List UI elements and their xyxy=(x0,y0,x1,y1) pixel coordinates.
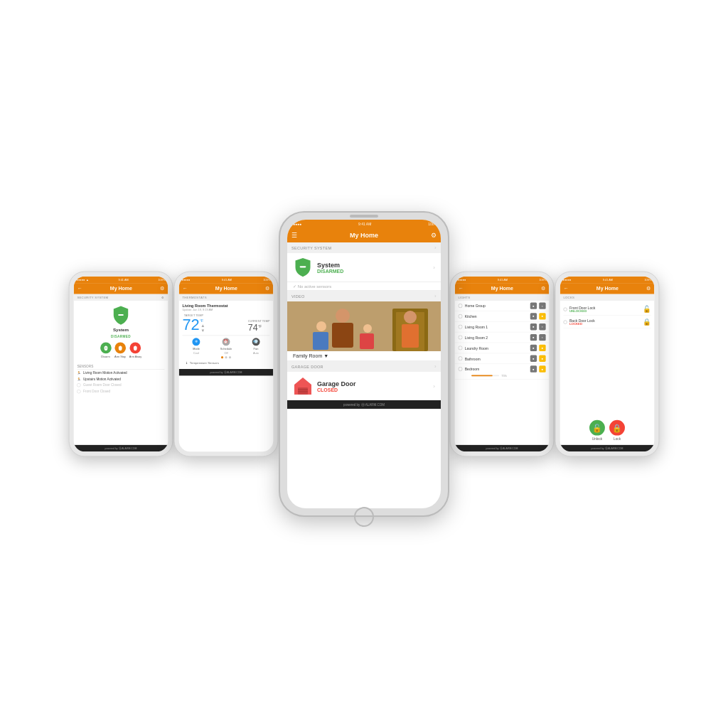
settings-button-1[interactable]: ⚙ xyxy=(160,286,164,291)
header-title-5: My Home xyxy=(568,286,646,291)
sensor-2: 🏃 Upstairs Motion Activated xyxy=(77,375,164,382)
back-button-2[interactable]: ← xyxy=(182,286,187,291)
bedroom-brightness-pct: 75% xyxy=(501,374,507,378)
lock-status-back: LOCKED xyxy=(569,322,595,326)
header-title-4: My Home xyxy=(463,286,541,291)
security-card: System DISARMED Disarm xyxy=(74,301,168,363)
video-thumbnail-svg xyxy=(287,301,441,351)
phones-container: ●●●●● ▲ 9:41 AM 100% ← My Home ⚙ xyxy=(0,211,728,517)
mode-control[interactable]: ❄ Mode Cool xyxy=(193,338,200,354)
light-row-bathroom: Bathroom ● ● xyxy=(455,353,550,364)
svg-point-20 xyxy=(459,314,462,318)
status-bar-2: ●●●●● 9:41 AM 100% xyxy=(179,277,274,283)
svg-point-23 xyxy=(459,346,462,350)
header-5: ← My Home ⚙ xyxy=(560,283,655,294)
video-section-label: VIDEO xyxy=(291,294,305,299)
disarm-btn[interactable]: Disarm xyxy=(100,343,112,358)
lock-btn[interactable]: 🔒 Lock xyxy=(609,420,625,441)
light-off-bedroom[interactable]: ● xyxy=(530,365,537,372)
sensor-1: 🏃 Living Room Motion Activated xyxy=(77,370,164,376)
garage-section-row[interactable]: Garage Door CLOSED › xyxy=(287,372,441,400)
light-off-homegroup[interactable]: ● xyxy=(530,302,537,309)
light-on-laundry[interactable]: ● xyxy=(539,345,545,351)
section-label-lights: LIGHTS xyxy=(458,296,470,299)
no-sensors-text: ✓ No active sensors xyxy=(287,282,441,291)
temp-sensors-label: 🌡 Temperature Sensors xyxy=(182,360,269,366)
section-security: SECURITY SYSTEM ⚙ xyxy=(74,294,168,301)
phone-frame-locks: ●●●●● 9:41 AM 100% ← My Home ⚙ LOCKS xyxy=(555,272,660,457)
arm-away-btn[interactable]: Arm Away xyxy=(129,343,141,358)
svg-rect-10 xyxy=(313,332,328,350)
menu-button-center[interactable]: ☰ xyxy=(291,232,297,239)
schedule-control[interactable]: ⏰ Schedule Off xyxy=(220,338,232,354)
lock-action-buttons: 🔓 Unlock 🔒 Lock xyxy=(560,416,655,445)
bulb-icon-bathroom xyxy=(458,356,462,360)
video-scene[interactable] xyxy=(287,301,441,351)
light-row-kitchen: Kitchen ● ● xyxy=(455,311,550,322)
unlock-circle: 🔓 xyxy=(589,420,605,436)
time-4: 9:41 AM xyxy=(498,278,508,282)
phone-frame-center: ●●●●● 9:41 AM 100% ☰ My Home ⚙ SECURITY … xyxy=(279,211,449,517)
back-button-1[interactable]: ← xyxy=(77,286,82,291)
sensors-title: Sensors xyxy=(77,363,164,370)
light-on-bathroom[interactable]: ● xyxy=(539,355,545,362)
back-button-5[interactable]: ← xyxy=(563,286,568,291)
brand-1: powered by ⓐ ALARM.COM xyxy=(105,447,136,450)
settings-button-4[interactable]: ⚙ xyxy=(541,286,545,291)
header-1: ← My Home ⚙ xyxy=(74,283,168,294)
phone-frame-thermostat: ●●●●● 9:41 AM 100% ← My Home ⚙ THERMOSTA… xyxy=(174,272,279,457)
light-controls-bedroom: ● ● xyxy=(530,365,546,372)
light-off-lr2[interactable]: ● xyxy=(530,334,537,341)
light-off-kitchen[interactable]: ● xyxy=(530,313,537,319)
light-name-bedroom: Bedroom xyxy=(465,367,480,370)
lock-name-back: Back Door Lock xyxy=(569,318,595,322)
light-off-laundry[interactable]: ● xyxy=(530,345,537,351)
light-on-lr1[interactable]: ● xyxy=(539,323,545,330)
phone-frame-security: ●●●●● ▲ 9:41 AM 100% ← My Home ⚙ xyxy=(69,272,173,457)
lock-row-back: Back Door Lock LOCKED 🔒 xyxy=(563,316,651,328)
locks-list: Front Door Lock UNLOCKED 🔓 Ba xyxy=(560,301,655,415)
light-name-kitchen: Kitchen xyxy=(465,314,477,318)
thermostat-card: Living Room Thermostat Update: Jun 19, 9… xyxy=(179,301,274,369)
section-label-locks: LOCKS xyxy=(563,296,574,299)
light-name-laundry: Laundry Room xyxy=(465,346,488,350)
light-on-bedroom[interactable]: ● xyxy=(539,365,545,372)
home-button[interactable] xyxy=(354,507,374,527)
fan-control[interactable]: 💨 Fan Auto xyxy=(252,338,260,354)
header-title-center: My Home xyxy=(297,232,431,239)
main-security-info: System DISARMED xyxy=(293,257,343,277)
arm-stay-btn[interactable]: Arm Stay xyxy=(114,343,126,358)
light-name-homegroup: Home Group xyxy=(465,304,486,307)
light-off-bathroom[interactable]: ● xyxy=(530,355,537,362)
light-name-lr1: Living Room 1 xyxy=(465,325,488,328)
settings-button-center[interactable]: ⚙ xyxy=(431,232,437,239)
wifi-icon: ▲ xyxy=(86,278,89,282)
footer-1: powered by ⓐ ALARM.COM xyxy=(74,445,168,451)
settings-button-2[interactable]: ⚙ xyxy=(265,286,269,291)
lock-radio-front xyxy=(563,307,567,311)
sensor-label-1: Living Room Motion Activated xyxy=(83,371,127,375)
unlock-btn[interactable]: 🔓 Unlock xyxy=(589,420,605,441)
light-on-lr2[interactable]: ● xyxy=(539,334,545,341)
settings-button-5[interactable]: ⚙ xyxy=(646,286,651,291)
video-room-label[interactable]: Family Room ▼ xyxy=(293,353,328,358)
phone-lights: ●●●●● 9:41 AM 100% ← My Home ⚙ LIGHTS xyxy=(450,272,555,457)
main-security-row[interactable]: System DISARMED › xyxy=(287,253,441,282)
bedroom-brightness-slider[interactable] xyxy=(471,375,499,377)
light-row-homegroup: Home Group ● ● xyxy=(455,301,550,311)
phone-frame-lights: ●●●●● 9:41 AM 100% ← My Home ⚙ LIGHTS xyxy=(450,272,555,457)
screen-lights: ●●●●● 9:41 AM 100% ← My Home ⚙ LIGHTS xyxy=(455,277,550,451)
back-button-4[interactable]: ← xyxy=(458,286,463,291)
light-controls-lr1: ● ● xyxy=(530,323,546,330)
svg-point-24 xyxy=(459,356,462,360)
light-on-homegroup[interactable]: ● xyxy=(539,302,545,309)
thermostat-update: Update: Jun 19, 9:19 AM xyxy=(182,308,269,311)
temp-arrows[interactable]: ▲ ▼ xyxy=(200,323,205,333)
door-icon-1: ◯ xyxy=(77,383,80,387)
svg-point-7 xyxy=(336,309,350,323)
svg-point-9 xyxy=(316,321,326,331)
light-on-kitchen[interactable]: ● xyxy=(539,313,545,319)
chevron-garage: › xyxy=(434,363,437,370)
phone-thermostat: ●●●●● 9:41 AM 100% ← My Home ⚙ THERMOSTA… xyxy=(174,272,279,457)
light-off-lr1[interactable]: ● xyxy=(530,323,537,330)
